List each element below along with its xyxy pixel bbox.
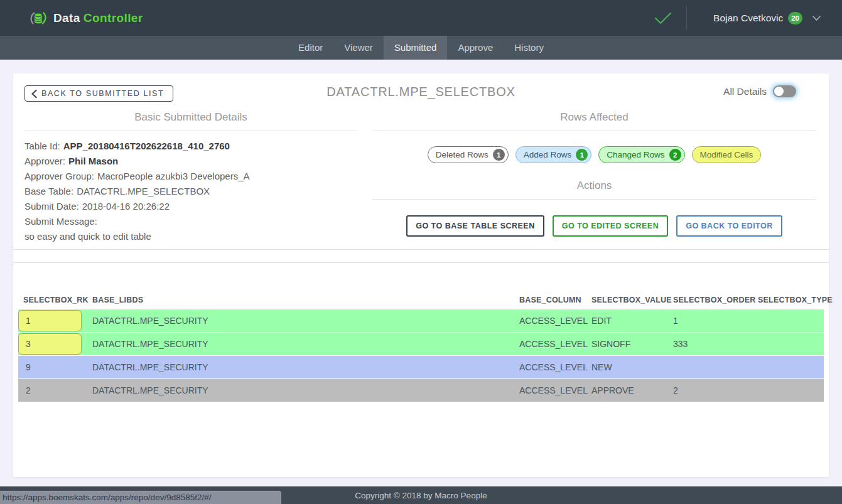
- deleted-rows-count: 1: [493, 149, 505, 161]
- column-header-base-libds[interactable]: BASE_LIBDS: [87, 296, 514, 304]
- table-cell[interactable]: DATACTRL.MPE_SECURITY: [87, 333, 514, 355]
- added-rows-badge: Added Rows 1: [515, 146, 592, 163]
- back-to-submitted-list-button[interactable]: BACK TO SUBMITTED LIST: [24, 85, 173, 102]
- main-nav: Editor Viewer Submitted Approve History: [0, 36, 842, 60]
- column-header-selectbox-type[interactable]: SELECTBOX_TYPE: [753, 296, 819, 304]
- table-row[interactable]: 3 DATACTRL.MPE_SECURITY ACCESS_LEVEL SIG…: [18, 333, 824, 355]
- card-toolbar: BACK TO SUBMITTED LIST DATACTRL.MPE_SELE…: [13, 73, 829, 101]
- tab-submitted[interactable]: Submitted: [384, 36, 448, 60]
- page-title: DATACTRL.MPE_SELECTBOX: [327, 85, 515, 99]
- actions-heading: Actions: [372, 180, 816, 192]
- table-cell[interactable]: 1: [668, 309, 753, 332]
- field-submit-date: Submit Date:2018-04-16 20:26:22: [24, 199, 357, 214]
- submit-message-text: so easy and quick to edit table: [24, 229, 357, 244]
- table-cell[interactable]: DATACTRL.MPE_SECURITY: [87, 379, 514, 402]
- table-cell[interactable]: ACCESS_LEVEL: [514, 379, 586, 402]
- table-cell[interactable]: 2: [18, 379, 87, 402]
- go-to-edited-screen-button[interactable]: GO TO EDITED SCREEN: [553, 215, 668, 237]
- table-cell[interactable]: EDIT: [586, 309, 668, 332]
- rows-affected-badges: Deleted Rows 1 Added Rows 1 Changed Rows…: [372, 146, 816, 163]
- field-table-id: Table Id:APP_20180416T202622618_410_2760: [24, 139, 357, 154]
- user-count-badge: 20: [788, 12, 802, 24]
- rows-affected-table: SELECTBOX_RK BASE_LIBDS BASE_COLUMN SELE…: [18, 291, 824, 402]
- table-cell[interactable]: [753, 309, 819, 332]
- changed-rows-count: 2: [669, 149, 681, 161]
- table-cell[interactable]: ACCESS_LEVEL: [514, 333, 586, 355]
- collapsed-section-strip: [13, 249, 829, 263]
- table-row[interactable]: 1 DATACTRL.MPE_SECURITY ACCESS_LEVEL EDI…: [18, 309, 824, 332]
- main-content: BACK TO SUBMITTED LIST DATACTRL.MPE_SELE…: [0, 60, 842, 486]
- modified-cells-badge: Modified Cells: [692, 146, 762, 163]
- table-cell[interactable]: DATACTRL.MPE_SECURITY: [87, 356, 514, 378]
- field-submit-message: Submit Message:: [24, 214, 357, 229]
- brand-logo[interactable]: DataController: [29, 9, 143, 28]
- field-approver: Approver:Phil Mason: [24, 154, 357, 169]
- table-cell[interactable]: ACCESS_LEVEL: [514, 309, 586, 332]
- app-header: DataController Bojan Cvetkovic 20: [0, 0, 842, 36]
- column-header-selectbox-value[interactable]: SELECTBOX_VALUE: [586, 296, 668, 304]
- status-url-bar: https://apps.boemskats.com/apps/repo/dev…: [0, 491, 281, 504]
- go-back-to-editor-button[interactable]: GO BACK TO EDITOR: [676, 215, 782, 237]
- table-cell[interactable]: [753, 356, 819, 378]
- rows-affected-section: Rows Affected Deleted Rows 1 Added Rows …: [357, 102, 829, 244]
- table-cell: 1: [18, 309, 87, 332]
- table-cell[interactable]: 2: [668, 379, 753, 402]
- modified-cell[interactable]: 3: [18, 333, 82, 355]
- all-details-label: All Details: [723, 86, 767, 97]
- brand-title: DataController: [53, 11, 143, 25]
- table-cell[interactable]: NEW: [586, 356, 668, 378]
- table-row[interactable]: 2 DATACTRL.MPE_SECURITY ACCESS_LEVEL APP…: [18, 379, 824, 402]
- all-details-toggle-wrap: All Details: [723, 85, 796, 97]
- user-name: Bojan Cvetkovic: [713, 13, 783, 24]
- basic-details-heading: Basic Submitted Details: [24, 111, 357, 124]
- toggle-knob: [774, 87, 784, 96]
- column-header-selectbox-order[interactable]: SELECTBOX_ORDER: [668, 296, 753, 304]
- deleted-rows-label: Deleted Rows: [436, 150, 488, 159]
- tab-viewer[interactable]: Viewer: [333, 36, 384, 60]
- brand-word-controller: Controller: [84, 11, 143, 24]
- topbar-right: Bojan Cvetkovic 20: [654, 6, 821, 30]
- field-approver-group: Approver Group:MacroPeople azukbi3 Devel…: [24, 169, 357, 184]
- table-cell: 3: [18, 333, 87, 355]
- tab-editor[interactable]: Editor: [288, 36, 333, 60]
- table-row[interactable]: 9 DATACTRL.MPE_SECURITY ACCESS_LEVEL NEW: [18, 356, 824, 378]
- changed-rows-label: Changed Rows: [607, 150, 664, 159]
- table-cell[interactable]: APPROVE: [586, 379, 668, 402]
- tab-approve[interactable]: Approve: [447, 36, 504, 60]
- modified-cell[interactable]: 1: [18, 310, 82, 331]
- table-cell[interactable]: [753, 333, 819, 355]
- section-divider: [24, 131, 357, 131]
- brand-word-data: Data: [53, 11, 80, 24]
- copyright-text: Copyright © 2018 by Macro People: [355, 491, 487, 500]
- submitted-detail-card: BACK TO SUBMITTED LIST DATACTRL.MPE_SELE…: [13, 73, 829, 477]
- section-divider: [372, 131, 816, 131]
- all-details-toggle[interactable]: [773, 85, 796, 97]
- tab-history[interactable]: History: [504, 36, 554, 60]
- user-menu[interactable]: Bojan Cvetkovic 20: [713, 12, 821, 24]
- added-rows-count: 1: [576, 149, 588, 161]
- chevron-down-icon: [812, 16, 821, 21]
- column-header-base-column[interactable]: BASE_COLUMN: [514, 296, 586, 304]
- table-cell[interactable]: [668, 356, 753, 378]
- changed-rows-badge: Changed Rows 2: [598, 146, 684, 163]
- section-divider: [372, 199, 816, 200]
- column-header-selectbox-rk[interactable]: SELECTBOX_RK: [18, 296, 87, 304]
- table-cell[interactable]: [753, 379, 819, 402]
- modified-cells-label: Modified Cells: [700, 150, 753, 159]
- deleted-rows-badge: Deleted Rows 1: [428, 146, 509, 163]
- table-cell[interactable]: 9: [18, 356, 87, 378]
- detail-fields: Table Id:APP_20180416T202622618_410_2760…: [24, 139, 357, 244]
- field-base-table: Base Table:DATACTRL.MPE_SELECTBOX: [24, 184, 357, 199]
- chevron-left-icon: [31, 90, 37, 98]
- rows-affected-heading: Rows Affected: [372, 111, 816, 124]
- added-rows-label: Added Rows: [524, 150, 572, 159]
- detail-columns: Basic Submitted Details Table Id:APP_201…: [13, 102, 829, 244]
- table-cell[interactable]: DATACTRL.MPE_SECURITY: [87, 309, 514, 332]
- table-cell[interactable]: 333: [668, 333, 753, 355]
- table-cell[interactable]: SIGNOFF: [586, 333, 668, 355]
- action-buttons: GO TO BASE TABLE SCREEN GO TO EDITED SCR…: [372, 215, 816, 237]
- connection-check-icon[interactable]: [654, 11, 672, 25]
- table-cell[interactable]: ACCESS_LEVEL: [514, 356, 586, 378]
- topbar-divider: [686, 6, 687, 30]
- go-to-base-table-screen-button[interactable]: GO TO BASE TABLE SCREEN: [406, 215, 544, 237]
